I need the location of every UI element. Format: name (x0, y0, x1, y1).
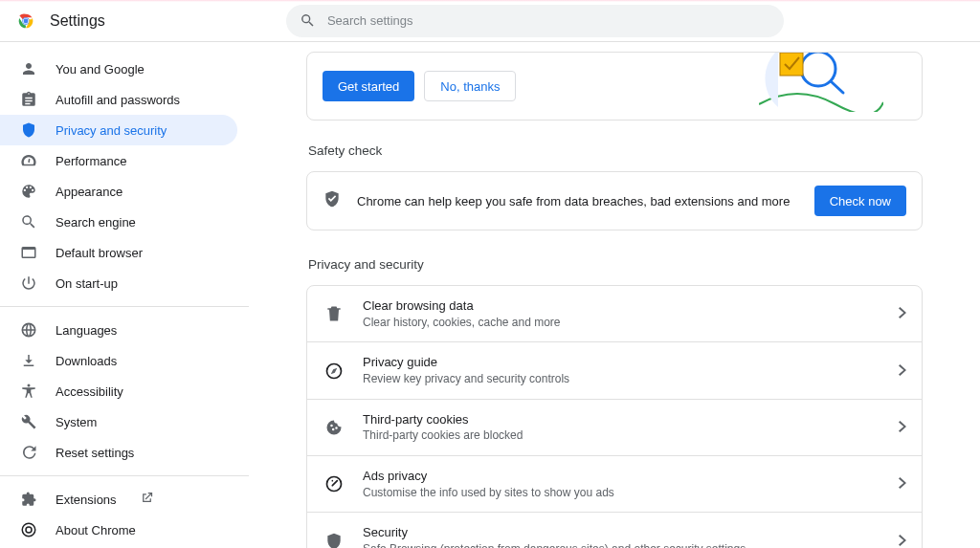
sidebar-item-label: Autofill and passwords (56, 93, 180, 107)
check-now-button[interactable]: Check now (814, 186, 906, 216)
sidebar-item-performance[interactable]: Performance (0, 145, 237, 176)
sidebar-item-label: You and Google (56, 62, 145, 77)
trash-icon (323, 304, 345, 323)
power-icon (19, 274, 38, 292)
sidebar: You and GoogleAutofill and passwordsPriv… (0, 42, 249, 548)
main-content: Get started No, thanks Safety check Chro… (249, 42, 980, 548)
wrench-icon (19, 413, 38, 430)
security-icon (19, 121, 38, 139)
chevron-right-icon (899, 362, 906, 380)
chrome-icon (19, 521, 38, 538)
search-box[interactable] (286, 5, 784, 37)
sidebar-item-label: Search engine (56, 215, 136, 230)
row-title: Privacy guide (363, 354, 881, 371)
globe-icon (19, 321, 38, 339)
row-subtitle: Clear history, cookies, cache and more (363, 315, 881, 331)
search-icon (19, 213, 38, 230)
privacy-row-sec[interactable]: SecuritySafe Browsing (protection from d… (307, 512, 922, 548)
sidebar-item-system[interactable]: System (0, 406, 237, 437)
sidebar-item-you[interactable]: You and Google (0, 54, 237, 84)
row-subtitle: Customise the info used by sites to show… (363, 485, 881, 501)
privacy-row-cookies[interactable]: Third-party cookiesThird-party cookies a… (307, 399, 922, 455)
extension-icon (19, 491, 38, 508)
safety-section-title: Safety check (308, 143, 923, 158)
welcome-illustration (759, 52, 883, 112)
ads-icon (323, 474, 345, 493)
search-input[interactable] (327, 13, 770, 28)
header: Settings (0, 0, 980, 42)
chevron-right-icon (899, 475, 906, 493)
sidebar-item-search[interactable]: Search engine (0, 207, 237, 237)
cookie-icon (323, 418, 345, 437)
page-title: Settings (50, 12, 105, 30)
privacy-row-guide[interactable]: Privacy guideReview key privacy and secu… (307, 341, 922, 398)
chevron-right-icon (899, 419, 906, 436)
row-labels: Privacy guideReview key privacy and secu… (363, 354, 881, 386)
row-labels: SecuritySafe Browsing (protection from d… (363, 524, 881, 548)
svg-point-6 (24, 18, 29, 23)
sidebar-item-about[interactable]: About Chrome (0, 515, 237, 545)
sidebar-divider (0, 475, 249, 476)
top-accent-line (0, 0, 980, 2)
search-icon (300, 12, 316, 29)
sidebar-item-label: Appearance (56, 185, 122, 199)
sidebar-item-label: Languages (56, 323, 117, 338)
sidebar-item-downloads[interactable]: Downloads (0, 345, 237, 376)
row-title: Third-party cookies (363, 411, 881, 428)
row-title: Ads privacy (363, 468, 881, 485)
privacy-row-clear[interactable]: Clear browsing dataClear history, cookie… (307, 286, 922, 341)
privacy-section-title: Privacy and security (308, 257, 923, 272)
sidebar-item-a11y[interactable]: Accessibility (0, 376, 237, 406)
chrome-logo-icon (15, 11, 36, 32)
sidebar-item-reset[interactable]: Reset settings (0, 437, 237, 468)
sidebar-item-autofill[interactable]: Autofill and passwords (0, 84, 237, 115)
sidebar-item-label: About Chrome (56, 523, 136, 537)
palette-icon (19, 183, 38, 200)
get-started-button[interactable]: Get started (323, 71, 414, 101)
verified-shield-icon (323, 189, 342, 212)
sidebar-item-label: Performance (56, 154, 126, 168)
sidebar-item-label: Extensions (56, 493, 117, 507)
assignment-icon (19, 91, 38, 108)
row-subtitle: Third-party cookies are blocked (363, 427, 881, 444)
sidebar-item-appearance[interactable]: Appearance (0, 176, 237, 207)
sidebar-item-privacy[interactable]: Privacy and security (0, 115, 237, 145)
sidebar-item-languages[interactable]: Languages (0, 315, 237, 345)
sidebar-item-extensions[interactable]: Extensions (0, 484, 237, 515)
sidebar-item-default[interactable]: Default browser (0, 237, 237, 268)
person-icon (19, 60, 38, 77)
restore-icon (19, 444, 38, 461)
chevron-right-icon (899, 305, 906, 322)
row-title: Security (363, 524, 881, 541)
privacy-row-ads[interactable]: Ads privacyCustomise the info used by si… (307, 455, 922, 512)
compass-icon (323, 362, 345, 381)
row-subtitle: Safe Browsing (protection from dangerous… (363, 541, 881, 548)
privacy-list-card: Clear browsing dataClear history, cookie… (306, 285, 923, 548)
sidebar-item-label: Privacy and security (56, 123, 167, 138)
no-thanks-button[interactable]: No, thanks (424, 71, 516, 101)
browser-icon (19, 244, 38, 261)
download-icon (19, 352, 38, 369)
open-in-new-icon (140, 491, 154, 508)
safety-check-text: Chrome can help keep you safe from data … (357, 194, 799, 208)
chevron-right-icon (899, 533, 906, 548)
welcome-card: Get started No, thanks (306, 52, 923, 121)
accessibility-icon (19, 383, 38, 400)
row-labels: Clear browsing dataClear history, cookie… (363, 297, 881, 330)
sidebar-item-label: System (56, 415, 97, 429)
sidebar-item-label: Downloads (56, 354, 117, 368)
row-labels: Third-party cookiesThird-party cookies a… (363, 411, 881, 444)
sidebar-item-label: Default browser (56, 246, 143, 260)
security-icon (323, 532, 345, 548)
svg-line-8 (831, 81, 843, 93)
safety-check-card: Chrome can help keep you safe from data … (306, 171, 923, 230)
svg-rect-9 (780, 53, 803, 76)
speedometer-icon (19, 152, 38, 169)
sidebar-item-startup[interactable]: On start-up (0, 268, 237, 298)
sidebar-item-label: Accessibility (56, 384, 123, 399)
sidebar-item-label: Reset settings (56, 446, 134, 460)
sidebar-divider (0, 306, 249, 307)
row-labels: Ads privacyCustomise the info used by si… (363, 468, 881, 500)
row-subtitle: Review key privacy and security controls (363, 371, 881, 387)
sidebar-item-label: On start-up (56, 276, 118, 291)
